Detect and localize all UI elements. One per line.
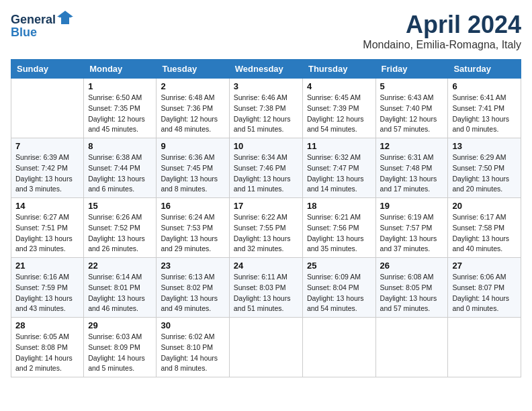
col-sunday: Sunday <box>11 60 84 79</box>
day-number: 21 <box>15 261 79 271</box>
calendar-cell: 14Sunrise: 6:27 AMSunset: 7:51 PMDayligh… <box>11 198 84 258</box>
svg-marker-0 <box>58 12 72 24</box>
calendar-cell: 8Sunrise: 6:38 AMSunset: 7:44 PMDaylight… <box>84 138 157 198</box>
calendar-cell: 23Sunrise: 6:13 AMSunset: 8:02 PMDayligh… <box>157 258 229 318</box>
calendar-cell: 6Sunrise: 6:41 AMSunset: 7:41 PMDaylight… <box>448 79 521 138</box>
day-info: Sunrise: 6:26 AMSunset: 7:52 PMDaylight:… <box>88 212 152 255</box>
day-info: Sunrise: 6:11 AMSunset: 8:03 PMDaylight:… <box>234 272 298 314</box>
day-number: 8 <box>88 141 152 151</box>
day-number: 25 <box>307 261 371 271</box>
day-number: 14 <box>15 201 79 211</box>
calendar-table: Sunday Monday Tuesday Wednesday Thursday… <box>11 59 521 377</box>
week-row-1: 1Sunrise: 6:50 AMSunset: 7:35 PMDaylight… <box>11 79 521 138</box>
calendar-cell: 7Sunrise: 6:39 AMSunset: 7:42 PMDaylight… <box>11 138 84 198</box>
day-info: Sunrise: 6:29 AMSunset: 7:50 PMDaylight:… <box>452 152 517 195</box>
calendar-cell <box>229 318 302 377</box>
calendar-cell <box>302 318 375 377</box>
calendar-cell: 22Sunrise: 6:14 AMSunset: 8:01 PMDayligh… <box>84 258 157 318</box>
calendar-cell: 9Sunrise: 6:36 AMSunset: 7:45 PMDaylight… <box>157 138 229 198</box>
logo-text-blue: Blue <box>11 26 37 40</box>
day-number: 27 <box>452 261 517 271</box>
day-info: Sunrise: 6:34 AMSunset: 7:46 PMDaylight:… <box>234 152 298 195</box>
col-saturday: Saturday <box>448 60 521 79</box>
day-number: 26 <box>380 261 444 271</box>
week-row-2: 7Sunrise: 6:39 AMSunset: 7:42 PMDaylight… <box>11 138 521 198</box>
day-number: 15 <box>88 201 152 211</box>
day-info: Sunrise: 6:05 AMSunset: 8:08 PMDaylight:… <box>15 332 79 374</box>
col-tuesday: Tuesday <box>157 60 229 79</box>
day-number: 28 <box>15 320 79 330</box>
logo-bird-icon <box>57 11 73 28</box>
calendar-cell: 28Sunrise: 6:05 AMSunset: 8:08 PMDayligh… <box>11 318 84 377</box>
day-number: 19 <box>380 201 444 211</box>
day-number: 12 <box>380 141 444 151</box>
col-friday: Friday <box>375 60 448 79</box>
calendar-cell: 17Sunrise: 6:22 AMSunset: 7:55 PMDayligh… <box>229 198 302 258</box>
day-info: Sunrise: 6:16 AMSunset: 7:59 PMDaylight:… <box>15 272 79 314</box>
day-info: Sunrise: 6:06 AMSunset: 8:07 PMDaylight:… <box>452 272 517 314</box>
page-header: General Blue April 2024 Mondaino, Emilia… <box>11 11 521 51</box>
day-number: 9 <box>161 141 224 151</box>
calendar-cell: 3Sunrise: 6:46 AMSunset: 7:38 PMDaylight… <box>229 79 302 138</box>
calendar-cell: 1Sunrise: 6:50 AMSunset: 7:35 PMDaylight… <box>84 79 157 138</box>
day-number: 6 <box>452 81 517 91</box>
day-number: 5 <box>380 81 444 91</box>
calendar-cell: 15Sunrise: 6:26 AMSunset: 7:52 PMDayligh… <box>84 198 157 258</box>
day-number: 29 <box>88 320 152 330</box>
calendar-cell: 16Sunrise: 6:24 AMSunset: 7:53 PMDayligh… <box>157 198 229 258</box>
day-number: 1 <box>88 81 152 91</box>
day-info: Sunrise: 6:21 AMSunset: 7:56 PMDaylight:… <box>307 212 371 255</box>
day-info: Sunrise: 6:31 AMSunset: 7:48 PMDaylight:… <box>380 152 444 195</box>
day-info: Sunrise: 6:32 AMSunset: 7:47 PMDaylight:… <box>307 152 371 195</box>
calendar-cell: 2Sunrise: 6:48 AMSunset: 7:36 PMDaylight… <box>157 79 229 138</box>
day-info: Sunrise: 6:03 AMSunset: 8:09 PMDaylight:… <box>88 332 152 374</box>
day-info: Sunrise: 6:22 AMSunset: 7:55 PMDaylight:… <box>234 212 298 255</box>
day-number: 2 <box>161 81 224 91</box>
day-info: Sunrise: 6:19 AMSunset: 7:57 PMDaylight:… <box>380 212 444 255</box>
calendar-cell <box>375 318 448 377</box>
calendar-cell <box>448 318 521 377</box>
day-number: 18 <box>307 201 371 211</box>
calendar-cell: 26Sunrise: 6:08 AMSunset: 8:05 PMDayligh… <box>375 258 448 318</box>
day-number: 22 <box>88 261 152 271</box>
day-info: Sunrise: 6:48 AMSunset: 7:36 PMDaylight:… <box>161 93 224 135</box>
day-info: Sunrise: 6:38 AMSunset: 7:44 PMDaylight:… <box>88 152 152 195</box>
calendar-cell: 29Sunrise: 6:03 AMSunset: 8:09 PMDayligh… <box>84 318 157 377</box>
calendar-cell: 18Sunrise: 6:21 AMSunset: 7:56 PMDayligh… <box>302 198 375 258</box>
day-info: Sunrise: 6:08 AMSunset: 8:05 PMDaylight:… <box>380 272 444 314</box>
day-number: 13 <box>452 141 517 151</box>
day-number: 10 <box>234 141 298 151</box>
day-info: Sunrise: 6:13 AMSunset: 8:02 PMDaylight:… <box>161 272 224 314</box>
day-info: Sunrise: 6:14 AMSunset: 8:01 PMDaylight:… <box>88 272 152 314</box>
calendar-header-row: Sunday Monday Tuesday Wednesday Thursday… <box>11 60 521 79</box>
day-info: Sunrise: 6:09 AMSunset: 8:04 PMDaylight:… <box>307 272 371 314</box>
day-info: Sunrise: 6:50 AMSunset: 7:35 PMDaylight:… <box>88 93 152 135</box>
logo: General Blue <box>11 11 73 40</box>
day-number: 3 <box>234 81 298 91</box>
calendar-cell: 4Sunrise: 6:45 AMSunset: 7:39 PMDaylight… <box>302 79 375 138</box>
calendar-cell <box>11 79 84 138</box>
week-row-4: 21Sunrise: 6:16 AMSunset: 7:59 PMDayligh… <box>11 258 521 318</box>
day-info: Sunrise: 6:43 AMSunset: 7:40 PMDaylight:… <box>380 93 444 135</box>
day-number: 11 <box>307 141 371 151</box>
day-info: Sunrise: 6:17 AMSunset: 7:58 PMDaylight:… <box>452 212 517 255</box>
day-info: Sunrise: 6:36 AMSunset: 7:45 PMDaylight:… <box>161 152 224 195</box>
title-section: April 2024 Mondaino, Emilia-Romagna, Ita… <box>363 11 521 51</box>
col-thursday: Thursday <box>302 60 375 79</box>
calendar-cell: 21Sunrise: 6:16 AMSunset: 7:59 PMDayligh… <box>11 258 84 318</box>
logo-text-general: General <box>11 13 56 27</box>
calendar-cell: 24Sunrise: 6:11 AMSunset: 8:03 PMDayligh… <box>229 258 302 318</box>
day-number: 16 <box>161 201 224 211</box>
subtitle: Mondaino, Emilia-Romagna, Italy <box>363 39 521 51</box>
calendar-cell: 13Sunrise: 6:29 AMSunset: 7:50 PMDayligh… <box>448 138 521 198</box>
day-number: 24 <box>234 261 298 271</box>
calendar-cell: 25Sunrise: 6:09 AMSunset: 8:04 PMDayligh… <box>302 258 375 318</box>
col-monday: Monday <box>84 60 157 79</box>
day-info: Sunrise: 6:24 AMSunset: 7:53 PMDaylight:… <box>161 212 224 255</box>
day-info: Sunrise: 6:45 AMSunset: 7:39 PMDaylight:… <box>307 93 371 135</box>
day-number: 23 <box>161 261 224 271</box>
week-row-5: 28Sunrise: 6:05 AMSunset: 8:08 PMDayligh… <box>11 318 521 377</box>
day-info: Sunrise: 6:39 AMSunset: 7:42 PMDaylight:… <box>15 152 79 195</box>
day-number: 20 <box>452 201 517 211</box>
day-info: Sunrise: 6:27 AMSunset: 7:51 PMDaylight:… <box>15 212 79 255</box>
